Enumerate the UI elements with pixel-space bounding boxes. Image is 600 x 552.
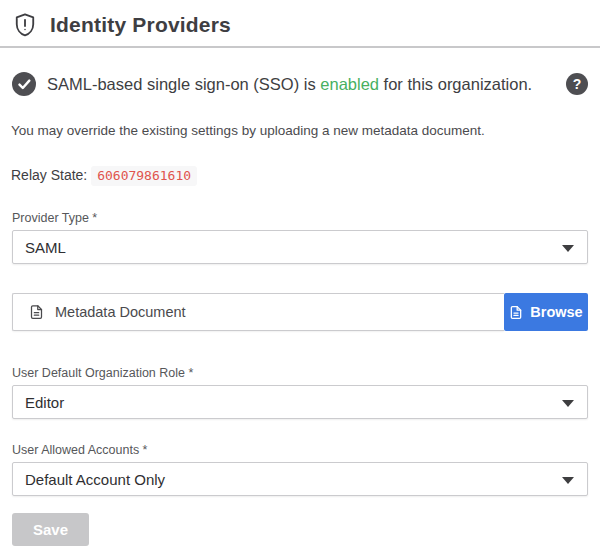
allowed-accounts-group: User Allowed Accounts * Default Account … — [12, 443, 588, 496]
identity-providers-page: Identity Providers SAML-based single sig… — [0, 0, 600, 552]
default-role-group: User Default Organization Role * Editor — [12, 366, 588, 419]
file-text-icon — [29, 304, 44, 320]
relay-state-value: 606079861610 — [91, 166, 197, 186]
default-role-label: User Default Organization Role * — [12, 366, 588, 380]
metadata-upload-row: Metadata Document Browse — [12, 293, 588, 331]
page-header: Identity Providers — [0, 0, 600, 46]
sso-status-row: SAML-based single sign-on (SSO) is enabl… — [12, 72, 588, 96]
provider-type-label: Provider Type * — [12, 211, 588, 225]
status-text-after: for this organization. — [379, 75, 532, 93]
status-enabled-text: enabled — [320, 75, 379, 93]
provider-type-select[interactable]: SAML — [12, 230, 588, 264]
default-role-value: Editor — [25, 394, 64, 411]
chevron-down-icon — [562, 477, 574, 484]
help-icon[interactable]: ? — [566, 73, 588, 95]
status-text-before: SAML-based single sign-on (SSO) is — [47, 75, 320, 93]
provider-type-group: Provider Type * SAML — [12, 211, 588, 264]
browse-button[interactable]: Browse — [504, 293, 588, 331]
page-title: Identity Providers — [50, 13, 231, 37]
allowed-accounts-value: Default Account Only — [25, 471, 165, 488]
browse-button-label: Browse — [530, 304, 582, 320]
provider-type-value: SAML — [25, 239, 66, 256]
shield-exclamation-icon — [12, 11, 38, 39]
save-button[interactable]: Save — [12, 513, 89, 546]
allowed-accounts-label: User Allowed Accounts * — [12, 443, 588, 457]
chevron-down-icon — [562, 245, 574, 252]
metadata-file-placeholder: Metadata Document — [55, 304, 186, 320]
default-role-select[interactable]: Editor — [12, 385, 588, 419]
file-text-icon — [509, 305, 523, 320]
header-divider — [0, 46, 600, 48]
sso-status-message: SAML-based single sign-on (SSO) is enabl… — [47, 75, 532, 94]
allowed-accounts-select[interactable]: Default Account Only — [12, 462, 588, 496]
relay-state-label: Relay State: — [11, 167, 91, 183]
override-description: You may override the existing settings b… — [11, 123, 588, 138]
relay-state-row: Relay State: 606079861610 — [11, 167, 588, 183]
metadata-file-input[interactable]: Metadata Document — [12, 293, 504, 331]
check-circle-icon — [12, 72, 36, 96]
chevron-down-icon — [562, 400, 574, 407]
